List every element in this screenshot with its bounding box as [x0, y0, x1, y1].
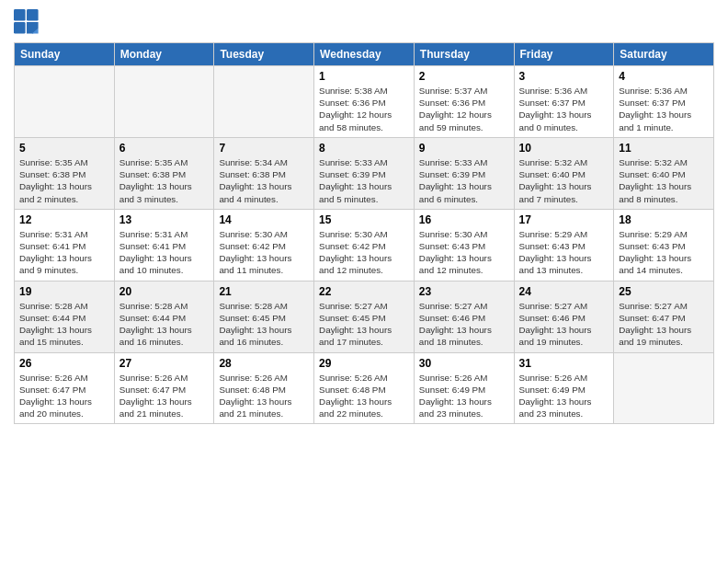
day-number: 4 — [619, 70, 709, 83]
day-number: 25 — [619, 285, 709, 298]
day-header-thursday: Thursday — [414, 43, 514, 66]
day-info: Sunrise: 5:30 AM Sunset: 6:43 PM Dayligh… — [419, 228, 509, 277]
calendar-week-row: 19Sunrise: 5:28 AM Sunset: 6:44 PM Dayli… — [15, 281, 714, 352]
day-number: 26 — [19, 357, 109, 370]
calendar-cell: 20Sunrise: 5:28 AM Sunset: 6:44 PM Dayli… — [114, 281, 214, 352]
day-number: 21 — [219, 285, 309, 298]
calendar-cell: 24Sunrise: 5:27 AM Sunset: 6:46 PM Dayli… — [514, 281, 614, 352]
day-number: 14 — [219, 213, 309, 226]
day-header-saturday: Saturday — [614, 43, 714, 66]
day-number: 3 — [519, 70, 609, 83]
day-info: Sunrise: 5:35 AM Sunset: 6:38 PM Dayligh… — [119, 156, 210, 205]
calendar-cell: 26Sunrise: 5:26 AM Sunset: 6:47 PM Dayli… — [15, 352, 115, 424]
day-info: Sunrise: 5:26 AM Sunset: 6:47 PM Dayligh… — [119, 372, 210, 420]
svg-rect-2 — [14, 22, 26, 34]
calendar-cell: 31Sunrise: 5:26 AM Sunset: 6:49 PM Dayli… — [514, 352, 614, 424]
day-info: Sunrise: 5:30 AM Sunset: 6:42 PM Dayligh… — [319, 228, 409, 277]
calendar-cell — [214, 66, 314, 138]
calendar-cell: 30Sunrise: 5:26 AM Sunset: 6:49 PM Dayli… — [414, 352, 514, 424]
day-info: Sunrise: 5:31 AM Sunset: 6:41 PM Dayligh… — [19, 228, 109, 277]
day-info: Sunrise: 5:28 AM Sunset: 6:44 PM Dayligh… — [19, 300, 109, 349]
day-number: 30 — [419, 357, 509, 370]
calendar-table: SundayMondayTuesdayWednesdayThursdayFrid… — [14, 42, 714, 424]
day-number: 27 — [119, 357, 210, 370]
day-info: Sunrise: 5:31 AM Sunset: 6:41 PM Dayligh… — [119, 228, 210, 277]
day-header-monday: Monday — [114, 43, 214, 66]
calendar-cell: 23Sunrise: 5:27 AM Sunset: 6:46 PM Dayli… — [414, 281, 514, 352]
day-info: Sunrise: 5:32 AM Sunset: 6:40 PM Dayligh… — [519, 156, 609, 205]
calendar-cell: 2Sunrise: 5:37 AM Sunset: 6:36 PM Daylig… — [414, 66, 514, 138]
day-info: Sunrise: 5:27 AM Sunset: 6:45 PM Dayligh… — [319, 300, 409, 349]
day-number: 19 — [19, 285, 109, 298]
calendar-cell: 16Sunrise: 5:30 AM Sunset: 6:43 PM Dayli… — [414, 209, 514, 281]
day-header-tuesday: Tuesday — [214, 43, 314, 66]
day-info: Sunrise: 5:27 AM Sunset: 6:47 PM Dayligh… — [619, 300, 709, 349]
calendar-cell: 21Sunrise: 5:28 AM Sunset: 6:45 PM Dayli… — [214, 281, 314, 352]
calendar-cell: 12Sunrise: 5:31 AM Sunset: 6:41 PM Dayli… — [15, 209, 115, 281]
day-info: Sunrise: 5:29 AM Sunset: 6:43 PM Dayligh… — [519, 228, 609, 277]
day-number: 9 — [419, 142, 509, 155]
day-info: Sunrise: 5:34 AM Sunset: 6:38 PM Dayligh… — [219, 156, 309, 205]
calendar-cell — [114, 66, 214, 138]
calendar-cell: 14Sunrise: 5:30 AM Sunset: 6:42 PM Dayli… — [214, 209, 314, 281]
calendar-cell: 13Sunrise: 5:31 AM Sunset: 6:41 PM Dayli… — [114, 209, 214, 281]
day-number: 5 — [19, 142, 109, 155]
svg-rect-0 — [14, 9, 26, 21]
calendar-cell: 5Sunrise: 5:35 AM Sunset: 6:38 PM Daylig… — [15, 137, 115, 209]
day-info: Sunrise: 5:32 AM Sunset: 6:40 PM Dayligh… — [619, 156, 709, 205]
day-number: 6 — [119, 142, 210, 155]
day-number: 11 — [619, 142, 709, 155]
day-info: Sunrise: 5:26 AM Sunset: 6:48 PM Dayligh… — [219, 372, 309, 420]
day-info: Sunrise: 5:28 AM Sunset: 6:44 PM Dayligh… — [119, 300, 210, 349]
day-number: 10 — [519, 142, 609, 155]
day-number: 1 — [319, 70, 409, 83]
day-number: 24 — [519, 285, 609, 298]
day-info: Sunrise: 5:33 AM Sunset: 6:39 PM Dayligh… — [419, 156, 509, 205]
day-header-wednesday: Wednesday — [314, 43, 415, 66]
day-number: 29 — [319, 357, 409, 370]
day-info: Sunrise: 5:26 AM Sunset: 6:49 PM Dayligh… — [519, 372, 609, 420]
calendar-cell: 8Sunrise: 5:33 AM Sunset: 6:39 PM Daylig… — [314, 137, 415, 209]
day-info: Sunrise: 5:35 AM Sunset: 6:38 PM Dayligh… — [19, 156, 109, 205]
day-number: 15 — [319, 213, 409, 226]
logo — [14, 9, 41, 35]
day-header-sunday: Sunday — [15, 43, 115, 66]
logo-icon — [14, 9, 40, 35]
day-info: Sunrise: 5:26 AM Sunset: 6:49 PM Dayligh… — [419, 372, 509, 420]
calendar-week-row: 1Sunrise: 5:38 AM Sunset: 6:36 PM Daylig… — [15, 66, 714, 138]
calendar-cell: 3Sunrise: 5:36 AM Sunset: 6:37 PM Daylig… — [514, 66, 614, 138]
page-header — [14, 9, 714, 35]
calendar-cell: 19Sunrise: 5:28 AM Sunset: 6:44 PM Dayli… — [15, 281, 115, 352]
day-number: 23 — [419, 285, 509, 298]
calendar-week-row: 5Sunrise: 5:35 AM Sunset: 6:38 PM Daylig… — [15, 137, 714, 209]
day-number: 31 — [519, 357, 609, 370]
svg-rect-1 — [27, 9, 39, 21]
day-number: 13 — [119, 213, 210, 226]
calendar-cell: 11Sunrise: 5:32 AM Sunset: 6:40 PM Dayli… — [614, 137, 714, 209]
day-info: Sunrise: 5:30 AM Sunset: 6:42 PM Dayligh… — [219, 228, 309, 277]
calendar-header-row: SundayMondayTuesdayWednesdayThursdayFrid… — [15, 43, 714, 66]
day-info: Sunrise: 5:27 AM Sunset: 6:46 PM Dayligh… — [519, 300, 609, 349]
calendar-cell — [15, 66, 115, 138]
day-info: Sunrise: 5:28 AM Sunset: 6:45 PM Dayligh… — [219, 300, 309, 349]
calendar-cell: 27Sunrise: 5:26 AM Sunset: 6:47 PM Dayli… — [114, 352, 214, 424]
day-info: Sunrise: 5:26 AM Sunset: 6:48 PM Dayligh… — [319, 372, 409, 420]
day-header-friday: Friday — [514, 43, 614, 66]
day-number: 17 — [519, 213, 609, 226]
calendar-cell: 7Sunrise: 5:34 AM Sunset: 6:38 PM Daylig… — [214, 137, 314, 209]
day-info: Sunrise: 5:33 AM Sunset: 6:39 PM Dayligh… — [319, 156, 409, 205]
calendar-cell: 17Sunrise: 5:29 AM Sunset: 6:43 PM Dayli… — [514, 209, 614, 281]
calendar-week-row: 26Sunrise: 5:26 AM Sunset: 6:47 PM Dayli… — [15, 352, 714, 424]
day-number: 28 — [219, 357, 309, 370]
calendar-cell: 25Sunrise: 5:27 AM Sunset: 6:47 PM Dayli… — [614, 281, 714, 352]
calendar-cell: 22Sunrise: 5:27 AM Sunset: 6:45 PM Dayli… — [314, 281, 415, 352]
day-number: 2 — [419, 70, 509, 83]
calendar-cell: 15Sunrise: 5:30 AM Sunset: 6:42 PM Dayli… — [314, 209, 415, 281]
calendar-cell — [614, 352, 714, 424]
calendar-week-row: 12Sunrise: 5:31 AM Sunset: 6:41 PM Dayli… — [15, 209, 714, 281]
calendar-cell: 1Sunrise: 5:38 AM Sunset: 6:36 PM Daylig… — [314, 66, 415, 138]
calendar-cell: 4Sunrise: 5:36 AM Sunset: 6:37 PM Daylig… — [614, 66, 714, 138]
day-number: 7 — [219, 142, 309, 155]
day-info: Sunrise: 5:36 AM Sunset: 6:37 PM Dayligh… — [519, 85, 609, 133]
day-number: 16 — [419, 213, 509, 226]
